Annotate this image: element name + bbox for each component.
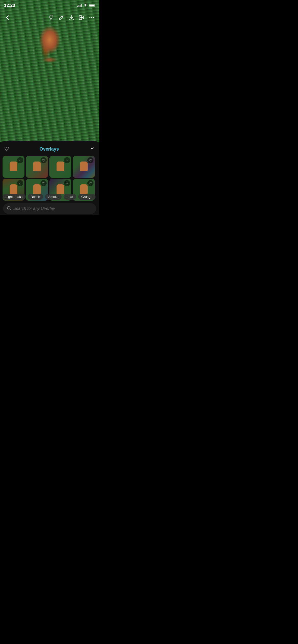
- status-bar: 12:23: [0, 0, 99, 11]
- panel-title: Overlays: [39, 147, 59, 152]
- search-placeholder: Search for any Overlay: [13, 206, 55, 211]
- overlay-heart-5[interactable]: ♡: [17, 180, 23, 186]
- overlay-item-4[interactable]: ♡: [73, 156, 95, 178]
- panel-header: ♡ Overlays: [0, 144, 99, 155]
- svg-rect-1: [79, 5, 79, 7]
- favorites-heart-button[interactable]: ♡: [4, 146, 9, 152]
- svg-rect-5: [95, 5, 95, 6]
- svg-line-19: [10, 209, 11, 210]
- tag-grunge[interactable]: Grunge: [78, 194, 95, 200]
- overlay-heart-3[interactable]: ♡: [64, 157, 70, 163]
- share-button[interactable]: [77, 13, 86, 22]
- svg-rect-6: [89, 5, 94, 7]
- svg-point-15: [89, 17, 90, 18]
- more-button[interactable]: [87, 13, 96, 22]
- svg-rect-2: [80, 5, 80, 7]
- overlay-tags: Light Leaks Bokeh Smoke Leaf Grunge Fire…: [3, 194, 97, 200]
- tag-leaf[interactable]: Leaf: [64, 194, 76, 200]
- back-button[interactable]: [3, 13, 12, 22]
- overlay-row2-wrap: ♡ ♡ ♡ ♡: [0, 179, 99, 201]
- svg-point-7: [50, 16, 52, 18]
- svg-rect-3: [81, 4, 82, 7]
- edit-button[interactable]: [57, 13, 66, 22]
- overlay-heart-1[interactable]: ♡: [17, 157, 23, 163]
- overlay-heart-8[interactable]: ♡: [87, 180, 93, 186]
- top-toolbar: [0, 11, 99, 24]
- overlay-row1: ♡ ♡ ♡ ♡: [0, 155, 99, 179]
- svg-line-9: [49, 16, 50, 16]
- overlay-heart-4[interactable]: ♡: [87, 157, 93, 163]
- panel-collapse-button[interactable]: [89, 145, 95, 153]
- lightbulb-button[interactable]: [46, 13, 56, 22]
- status-time: 12:23: [4, 3, 15, 8]
- search-bar[interactable]: Search for any Overlay: [3, 203, 96, 214]
- search-icon: [7, 206, 11, 211]
- tag-bokeh[interactable]: Bokeh: [28, 194, 43, 200]
- download-button[interactable]: [67, 13, 76, 22]
- signal-icon: [77, 4, 82, 7]
- battery-icon: [89, 4, 95, 7]
- overlay-item-2[interactable]: ♡: [26, 156, 48, 178]
- svg-rect-0: [77, 6, 78, 7]
- overlay-heart-6[interactable]: ♡: [40, 180, 47, 186]
- overlay-item-3[interactable]: ♡: [49, 156, 71, 178]
- tag-smoke[interactable]: Smoke: [45, 194, 61, 200]
- status-icons: [77, 4, 95, 7]
- screen: 12:23: [0, 0, 99, 215]
- svg-point-17: [93, 17, 94, 18]
- overlay-item-1[interactable]: ♡: [3, 156, 24, 178]
- toolbar-right: [46, 13, 96, 22]
- wifi-icon: [83, 4, 87, 7]
- bottom-panel: ♡ Overlays ♡ ♡: [0, 141, 99, 215]
- tag-light-leaks[interactable]: Light Leaks: [3, 194, 26, 200]
- overlay-heart-7[interactable]: ♡: [64, 180, 70, 186]
- svg-line-10: [52, 16, 53, 16]
- svg-point-16: [91, 17, 92, 18]
- overlay-heart-2[interactable]: ♡: [40, 157, 47, 163]
